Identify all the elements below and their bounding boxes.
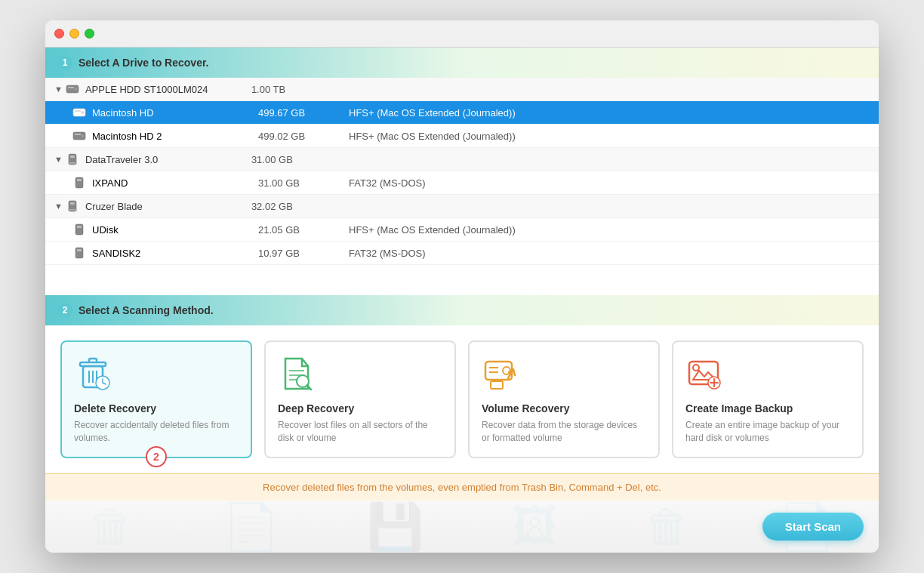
table-spacer xyxy=(45,265,879,295)
scan-methods-container: Delete Recovery Recover accidentally del… xyxy=(45,325,879,473)
svg-point-5 xyxy=(82,112,84,114)
watermark-icon-2: 📄 xyxy=(223,501,279,553)
deep-recovery-desc: Recover lost files on all sectors of the… xyxy=(278,419,442,445)
drive-size: 10.97 GB xyxy=(258,248,349,259)
drive-name: Macintosh HD xyxy=(92,107,258,119)
section2-title: Select A Scanning Method. xyxy=(79,304,214,316)
status-message: Recover deleted files from the volumes, … xyxy=(263,482,661,493)
drive-name: APPLE HDD ST1000LM024 xyxy=(85,84,251,95)
maximize-button[interactable] xyxy=(85,29,94,39)
drive-name: IXPAND xyxy=(92,177,258,189)
drive-size: 31.00 GB xyxy=(251,154,342,165)
section2-number: 2 xyxy=(57,303,72,318)
volume-icon xyxy=(72,176,86,189)
volume-recovery-icon-area xyxy=(482,354,519,395)
create-image-title: Create Image Backup xyxy=(685,402,793,414)
svg-rect-22 xyxy=(80,362,106,366)
volume-recovery-icon xyxy=(482,354,519,392)
drive-row[interactable]: ▼ Cruzer Blade 32.02 GB xyxy=(45,195,879,218)
drive-format: HFS+ (Mac OS Extended (Journaled)) xyxy=(349,131,516,142)
drive-name: UDisk xyxy=(92,224,258,236)
volume-recovery-desc: Recover data from the storage devices or… xyxy=(482,419,646,445)
drive-row[interactable]: Macintosh HD 2 499.02 GB HFS+ (Mac OS Ex… xyxy=(45,125,879,148)
drive-row[interactable]: ▼ DataTraveler 3.0 31.00 GB xyxy=(45,148,879,171)
watermark-icon-4: 🖼 xyxy=(512,501,557,553)
usb-icon xyxy=(66,152,79,166)
drive-row[interactable]: IXPAND 31.00 GB FAT32 (MS-DOS) xyxy=(45,171,879,195)
volume-icon xyxy=(72,223,86,236)
bottom-area: 🗑 📄 💾 🖼 🗑 📄 Start Scan xyxy=(45,501,879,553)
svg-point-8 xyxy=(82,135,84,137)
create-image-icon xyxy=(685,354,723,392)
drive-name: Cruzer Blade xyxy=(85,201,251,212)
svg-rect-38 xyxy=(491,381,503,389)
expand-arrow-icon: ▼ xyxy=(54,202,63,211)
usb-icon xyxy=(66,199,79,213)
drive-table: ▼ APPLE HDD ST1000LM024 1.00 TB Macintos… xyxy=(45,78,879,295)
drive-size: 1.00 TB xyxy=(251,84,342,95)
svg-rect-16 xyxy=(68,209,77,211)
create-image-desc: Create an entire image backup of your ha… xyxy=(685,419,850,445)
delete-recovery-title: Delete Recovery xyxy=(74,402,156,414)
svg-point-40 xyxy=(693,365,699,371)
drive-row[interactable]: ▼ APPLE HDD ST1000LM024 1.00 TB xyxy=(45,78,879,101)
svg-point-2 xyxy=(75,88,77,91)
deep-recovery-icon-area xyxy=(278,354,316,395)
app-window: 1 Select A Drive to Recover. ▼ APPLE HDD… xyxy=(45,20,879,553)
svg-point-35 xyxy=(503,367,510,374)
svg-rect-7 xyxy=(75,134,81,135)
drive-row[interactable]: Macintosh HD 499.67 GB HFS+ (Mac OS Exte… xyxy=(45,101,879,125)
drive-name: SANDISK2 xyxy=(92,248,258,259)
create-image-icon-area xyxy=(685,354,723,395)
volume-recovery-card[interactable]: Volume Recovery Recover data from the st… xyxy=(468,340,660,458)
volume-recovery-title: Volume Recovery xyxy=(482,402,569,414)
drive-format: FAT32 (MS-DOS) xyxy=(349,248,426,259)
deep-recovery-title: Deep Recovery xyxy=(278,402,354,414)
delete-recovery-card[interactable]: Delete Recovery Recover accidentally del… xyxy=(60,340,252,458)
drive-row[interactable]: SANDISK2 10.97 GB FAT32 (MS-DOS) xyxy=(45,242,879,265)
drive-row[interactable]: UDisk 21.05 GB HFS+ (Mac OS Extended (Jo… xyxy=(45,218,879,242)
deep-recovery-icon xyxy=(278,354,316,392)
main-content: 1 Select A Drive to Recover. ▼ APPLE HDD… xyxy=(45,48,879,553)
minimize-button[interactable] xyxy=(69,29,79,39)
svg-rect-4 xyxy=(75,110,81,112)
svg-rect-20 xyxy=(77,249,82,251)
section1-title: Select A Drive to Recover. xyxy=(79,57,208,69)
drive-size: 32.02 GB xyxy=(251,201,342,212)
delete-recovery-desc: Recover accidentally deleted files from … xyxy=(74,419,239,445)
titlebar xyxy=(45,20,879,48)
svg-rect-1 xyxy=(68,87,74,88)
watermark-icon-3: 💾 xyxy=(367,501,424,553)
hdd-icon xyxy=(66,82,79,96)
delete-recovery-icon xyxy=(74,354,112,392)
expand-arrow-icon: ▼ xyxy=(54,85,63,94)
svg-rect-15 xyxy=(70,202,75,205)
drive-size: 499.02 GB xyxy=(258,131,349,142)
selected-indicator: 2 xyxy=(146,446,167,467)
deep-recovery-card[interactable]: Deep Recovery Recover lost files on all … xyxy=(264,340,456,458)
close-button[interactable] xyxy=(54,29,64,39)
svg-rect-11 xyxy=(68,162,77,164)
drive-size: 499.67 GB xyxy=(258,107,349,119)
status-bar: Recover deleted files from the volumes, … xyxy=(45,473,879,501)
drive-name: DataTraveler 3.0 xyxy=(85,154,251,165)
volume-icon xyxy=(72,129,86,143)
svg-rect-10 xyxy=(70,156,75,158)
drive-format: HFS+ (Mac OS Extended (Journaled)) xyxy=(349,224,516,236)
drive-format: FAT32 (MS-DOS) xyxy=(349,177,426,189)
delete-recovery-icon-area xyxy=(74,354,112,395)
section2-header: 2 Select A Scanning Method. xyxy=(45,295,879,325)
drive-size: 31.00 GB xyxy=(258,177,349,189)
start-scan-button[interactable]: Start Scan xyxy=(762,513,864,541)
traffic-lights xyxy=(54,29,94,39)
volume-icon xyxy=(72,106,86,119)
create-image-card[interactable]: Create Image Backup Create an entire ima… xyxy=(672,340,864,458)
section1-header: 1 Select A Drive to Recover. xyxy=(45,48,879,78)
drive-size: 21.05 GB xyxy=(258,224,349,236)
drive-name: Macintosh HD 2 xyxy=(92,131,258,142)
expand-arrow-icon: ▼ xyxy=(54,155,63,164)
section1-number: 1 xyxy=(57,55,72,70)
volume-icon xyxy=(72,246,86,260)
drive-format: HFS+ (Mac OS Extended (Journaled)) xyxy=(349,107,516,119)
watermark: 🗑 📄 💾 🖼 🗑 📄 xyxy=(45,501,879,553)
